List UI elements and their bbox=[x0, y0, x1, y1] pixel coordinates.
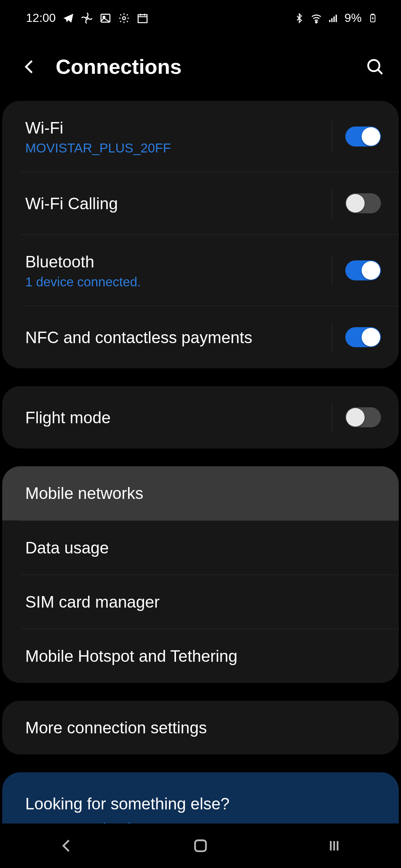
connections-group-1: Wi-Fi MOVISTAR_PLUS_20FF Wi-Fi Calling B… bbox=[2, 101, 399, 368]
wifi-subtitle: MOVISTAR_PLUS_20FF bbox=[25, 141, 332, 155]
svg-rect-7 bbox=[331, 18, 333, 22]
chevron-left-icon bbox=[21, 58, 39, 76]
flight-mode-row[interactable]: Flight mode bbox=[2, 386, 399, 448]
wifi-calling-title: Wi-Fi Calling bbox=[25, 193, 332, 214]
status-bar: 12:00 9% bbox=[0, 0, 401, 32]
telegram-icon bbox=[62, 12, 74, 24]
bluetooth-icon bbox=[293, 12, 305, 24]
system-nav-bar bbox=[0, 823, 401, 868]
wifi-title: Wi-Fi bbox=[25, 117, 332, 138]
image-icon bbox=[100, 12, 111, 24]
more-connection-settings-title: More connection settings bbox=[25, 717, 381, 738]
fan-icon bbox=[81, 12, 93, 24]
hotspot-title: Mobile Hotspot and Tethering bbox=[25, 645, 381, 667]
connections-group-2: Flight mode bbox=[2, 386, 399, 448]
square-icon bbox=[192, 838, 209, 854]
svg-point-0 bbox=[86, 17, 88, 19]
wifi-calling-toggle[interactable] bbox=[345, 193, 381, 213]
sim-manager-title: SIM card manager bbox=[25, 591, 381, 612]
data-usage-title: Data usage bbox=[25, 537, 381, 558]
suggestions-title: Looking for something else? bbox=[2, 772, 399, 821]
page-title: Connections bbox=[56, 55, 364, 79]
svg-rect-6 bbox=[329, 20, 330, 22]
svg-rect-9 bbox=[336, 14, 337, 22]
nfc-row[interactable]: NFC and contactless payments bbox=[21, 306, 399, 368]
wifi-toggle[interactable] bbox=[345, 126, 381, 147]
mobile-networks-row[interactable]: Mobile networks bbox=[2, 466, 399, 520]
flight-mode-toggle[interactable] bbox=[345, 407, 381, 427]
bluetooth-row[interactable]: Bluetooth 1 device connected. bbox=[21, 234, 399, 306]
bluetooth-subtitle: 1 device connected. bbox=[25, 274, 332, 289]
wifi-row[interactable]: Wi-Fi MOVISTAR_PLUS_20FF bbox=[2, 101, 399, 172]
battery-percent: 9% bbox=[345, 11, 362, 25]
sim-manager-row[interactable]: SIM card manager bbox=[21, 575, 399, 629]
three-bars-icon bbox=[326, 838, 342, 854]
nav-back-button[interactable] bbox=[56, 835, 78, 857]
signal-icon bbox=[327, 12, 339, 24]
nav-recents-button[interactable] bbox=[323, 835, 345, 857]
back-button[interactable] bbox=[19, 56, 41, 78]
svg-point-5 bbox=[316, 21, 317, 23]
search-icon bbox=[365, 57, 385, 76]
bluetooth-title: Bluetooth bbox=[25, 251, 332, 272]
svg-rect-8 bbox=[333, 16, 335, 22]
search-button[interactable] bbox=[364, 56, 386, 78]
hotspot-row[interactable]: Mobile Hotspot and Tethering bbox=[21, 629, 399, 683]
svg-point-3 bbox=[123, 17, 125, 20]
bluetooth-toggle[interactable] bbox=[345, 260, 381, 280]
nfc-toggle[interactable] bbox=[345, 327, 381, 347]
svg-point-12 bbox=[368, 60, 379, 71]
svg-rect-11 bbox=[372, 14, 374, 15]
battery-charging-icon bbox=[367, 12, 379, 24]
svg-rect-13 bbox=[195, 840, 206, 851]
more-connection-settings-row[interactable]: More connection settings bbox=[2, 701, 399, 754]
mobile-networks-title: Mobile networks bbox=[25, 483, 381, 504]
wifi-calling-row[interactable]: Wi-Fi Calling bbox=[21, 172, 399, 234]
nfc-title: NFC and contactless payments bbox=[25, 327, 332, 348]
calendar-icon bbox=[137, 12, 149, 24]
data-usage-row[interactable]: Data usage bbox=[21, 520, 399, 575]
page-header: Connections bbox=[0, 32, 401, 101]
gear-icon bbox=[118, 12, 130, 24]
flight-mode-title: Flight mode bbox=[25, 407, 332, 428]
connections-group-3: Mobile networks Data usage SIM card mana… bbox=[2, 466, 399, 683]
status-time: 12:00 bbox=[26, 11, 56, 25]
chevron-left-icon bbox=[59, 838, 75, 854]
wifi-icon bbox=[310, 12, 322, 24]
connections-group-4: More connection settings bbox=[2, 701, 399, 754]
nav-home-button[interactable] bbox=[189, 835, 212, 857]
svg-rect-4 bbox=[138, 14, 147, 22]
